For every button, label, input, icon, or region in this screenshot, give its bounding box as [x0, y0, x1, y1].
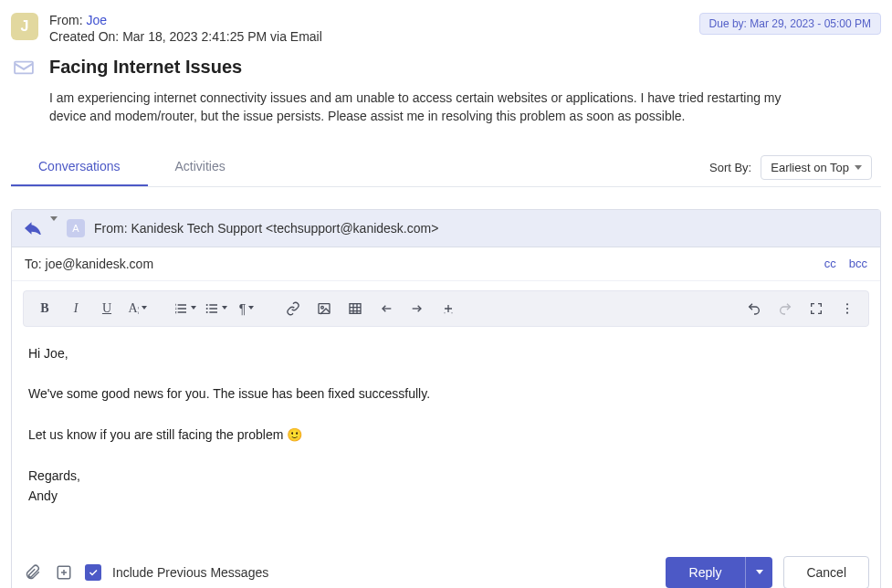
more-options-button[interactable]: [834, 295, 861, 322]
fullscreen-button[interactable]: [803, 295, 830, 322]
ordered-list-button[interactable]: [171, 295, 198, 322]
reply-type-dropdown[interactable]: [50, 221, 58, 236]
avatar-initial: J: [21, 18, 29, 35]
composer-from-value: Kanidesk Tech Support <techsupport@kanid…: [131, 221, 438, 236]
reply-options-dropdown[interactable]: [745, 557, 772, 588]
insert-table-button[interactable]: [341, 295, 369, 322]
insert-link-button[interactable]: [279, 295, 307, 322]
underline-button[interactable]: U: [93, 295, 121, 322]
insert-more-button[interactable]: [435, 295, 462, 322]
svg-point-4: [321, 306, 324, 309]
editor-toolbar: B I U A¦ ¶: [23, 290, 869, 327]
composer-header: A From: Kanidesk Tech Support <techsuppo…: [12, 210, 880, 247]
editor-body[interactable]: Hi Joe, We've some good news for you. Th…: [12, 327, 880, 543]
reply-arrow-icon[interactable]: [25, 222, 41, 235]
to-row: To: joe@kanidesk.com cc bcc: [12, 247, 880, 281]
ticket-detail-page: J From: Joe Created On: Mar 18, 2023 2:4…: [0, 0, 892, 588]
paragraph-format-dropdown[interactable]: ¶: [233, 295, 260, 322]
subject-row: Facing Internet Issues: [11, 47, 881, 89]
cc-bcc-controls: cc bcc: [824, 257, 867, 270]
sender-chip: A: [67, 219, 85, 237]
undo-button[interactable]: [740, 295, 768, 322]
svg-rect-5: [350, 303, 361, 313]
due-date-pill: Due by: Mar 29, 2023 - 05:00 PM: [699, 13, 881, 35]
tab-activities[interactable]: Activities: [148, 150, 253, 186]
requester-avatar: J: [11, 13, 38, 40]
font-style-dropdown[interactable]: A¦: [124, 295, 152, 322]
tab-conversations[interactable]: Conversations: [11, 150, 148, 186]
composer-from: From: Kanidesk Tech Support <techsupport…: [94, 221, 438, 236]
svg-point-8: [846, 311, 848, 313]
chevron-down-icon: [756, 570, 763, 574]
include-previous-checkbox[interactable]: [85, 564, 101, 581]
chevron-down-icon: [855, 165, 862, 170]
created-value: Mar 18, 2023 2:41:25 PM via Email: [122, 29, 322, 44]
svg-point-7: [846, 308, 848, 310]
svg-point-2: [205, 311, 207, 313]
reply-composer: A From: Kanidesk Tech Support <techsuppo…: [11, 209, 881, 588]
created-on: Created On: Mar 18, 2023 2:41:25 PM via …: [49, 29, 322, 44]
insert-image-button[interactable]: [310, 295, 338, 322]
ticket-header: J From: Joe Created On: Mar 18, 2023 2:4…: [11, 7, 881, 47]
toolbar-separator: [161, 299, 162, 318]
unordered-list-button[interactable]: [202, 295, 229, 322]
indent-button[interactable]: [404, 295, 431, 322]
sort-label: Sort By:: [709, 161, 751, 174]
ticket-description: I am experiencing internet connectivity …: [49, 89, 798, 126]
cc-toggle[interactable]: cc: [824, 257, 836, 270]
italic-button[interactable]: I: [62, 295, 89, 322]
ticket-meta: From: Joe Created On: Mar 18, 2023 2:41:…: [49, 13, 322, 44]
svg-point-6: [846, 303, 848, 305]
reply-button-group: Reply: [666, 557, 773, 588]
composer-footer: Include Previous Messages Reply Cancel: [12, 543, 880, 588]
from-prefix: From:: [49, 13, 83, 27]
svg-point-1: [205, 308, 207, 310]
mail-icon: [11, 59, 37, 76]
created-prefix: Created On:: [49, 29, 119, 44]
sort-selected: Earliest on Top: [771, 161, 849, 174]
to-value: joe@kanidesk.com: [46, 257, 154, 271]
composer-from-prefix: From:: [94, 221, 128, 236]
to-field[interactable]: To: joe@kanidesk.com: [25, 257, 153, 271]
ticket-subject: Facing Internet Issues: [49, 57, 242, 78]
include-previous-label[interactable]: Include Previous Messages: [112, 565, 268, 580]
due-value: Mar 29, 2023 - 05:00 PM: [750, 17, 871, 30]
sort-dropdown[interactable]: Earliest on Top: [761, 155, 872, 180]
bold-button[interactable]: B: [31, 295, 58, 322]
toolbar-separator: [269, 299, 270, 318]
redo-button[interactable]: [771, 295, 799, 322]
reply-button[interactable]: Reply: [666, 557, 746, 588]
insert-template-icon[interactable]: [54, 564, 74, 581]
to-prefix: To:: [25, 257, 42, 271]
requester-link[interactable]: Joe: [86, 13, 107, 27]
paperclip-icon[interactable]: [23, 563, 43, 582]
outdent-button[interactable]: [373, 295, 400, 322]
cancel-button[interactable]: Cancel: [783, 556, 869, 588]
svg-point-0: [205, 304, 207, 306]
sort-area: Sort By: Earliest on Top: [709, 155, 872, 180]
bcc-toggle[interactable]: bcc: [849, 257, 867, 270]
from-line: From: Joe: [49, 13, 322, 27]
svg-rect-3: [319, 303, 330, 313]
tab-bar: Conversations Activities Sort By: Earlie…: [11, 150, 881, 187]
due-prefix: Due by:: [709, 17, 747, 30]
sender-chip-initial: A: [72, 223, 79, 234]
